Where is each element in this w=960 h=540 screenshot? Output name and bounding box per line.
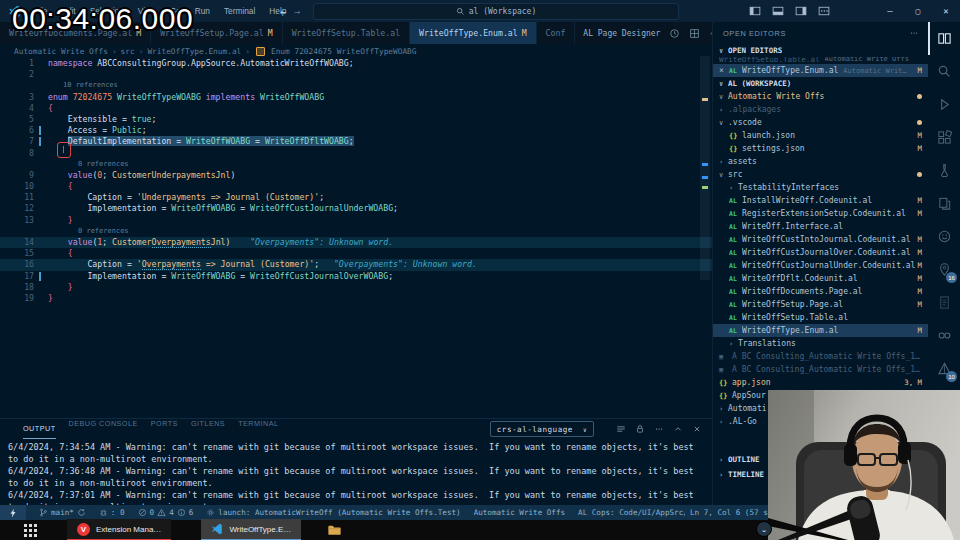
tree-item-launch-json[interactable]: {}launch.jsonM — [713, 129, 929, 142]
customize-layout-icon[interactable] — [818, 5, 830, 17]
al-page-designer-button[interactable]: AL Page Designer — [583, 29, 660, 38]
tree-item-writeoffsetup-table-al[interactable]: WriteOffSetup.Table.alAutomatic Write Of… — [713, 57, 929, 64]
tab-WriteOffSetup.Table.al[interactable]: WriteOffSetup.Table.al — [283, 22, 410, 44]
breadcrumb-symbol[interactable]: Enum 72024675 WriteOffTypeWOABG — [271, 47, 417, 56]
toggle-sidebar-icon[interactable] — [749, 5, 761, 17]
snippet-grid-icon[interactable] — [689, 28, 700, 39]
panel-tab-ports[interactable]: PORTS — [151, 419, 178, 439]
close-editor-icon[interactable]: × — [719, 66, 729, 75]
code-line[interactable]: 0 references — [0, 159, 712, 170]
codelens-references[interactable]: 0 references — [48, 159, 129, 170]
tree-item-writeoff-interface-al[interactable]: ALWriteOff.Interface.al — [713, 220, 929, 233]
explorer-icon[interactable] — [928, 22, 960, 55]
tree-item-writeoffdocuments-page-al[interactable]: ALWriteOffDocuments.Page.alM — [713, 285, 929, 298]
tree-item-registerextensionsetup-codeunit-al[interactable]: ALRegisterExtensionSetup.Codeunit.alM — [713, 207, 929, 220]
code-line[interactable]: 8 — [0, 148, 712, 159]
tree-item-installwriteoff-codeunit-al[interactable]: ALInstallWriteOff.Codeunit.alM — [713, 194, 929, 207]
toggle-secondary-sidebar-icon[interactable] — [795, 5, 807, 17]
lock-autoscroll-icon[interactable] — [635, 424, 645, 434]
panel-tab-debug-console[interactable]: DEBUG CONSOLE — [69, 419, 138, 439]
codelens-references[interactable]: 0 references — [48, 226, 129, 237]
close-panel-icon[interactable] — [692, 424, 702, 434]
codelens-references[interactable]: 10 references — [48, 80, 118, 91]
tree-item-translations[interactable]: ›Translations — [713, 337, 929, 350]
tree-item--alpackages[interactable]: ›.alpackages — [713, 103, 929, 116]
command-search-input[interactable]: al (Workspace) — [313, 3, 679, 20]
code-line[interactable]: 18 } — [0, 282, 712, 293]
tab-Conf[interactable]: Conf — [537, 22, 576, 44]
account-extension-icon[interactable] — [928, 220, 960, 253]
tree-item-writeoffcustintojournal-codeunit-al[interactable]: ALWriteOffCustIntoJournal.Codeunit.alM — [713, 233, 929, 246]
test-explorer-icon[interactable] — [928, 154, 960, 187]
code-line[interactable]: 13 } — [0, 215, 712, 226]
forward-button[interactable]: → — [294, 6, 300, 17]
al-test-runner-icon[interactable]: 10 — [928, 352, 960, 385]
output-channel-select[interactable]: crs-al-language∨ — [490, 421, 594, 437]
al-object-icon[interactable]: 16 — [928, 253, 960, 286]
tree-item-writeofftype-enum-al[interactable]: ×ALWriteOffType.Enum.alAutomatic Writ…M — [713, 64, 929, 77]
remote-explorer-icon[interactable] — [928, 187, 960, 220]
panel-more-icon[interactable] — [654, 424, 664, 434]
back-button[interactable]: ← — [280, 6, 286, 17]
panel-tab-terminal[interactable]: TERMINAL — [238, 419, 278, 439]
tab-WriteOffType.Enum.al[interactable]: WriteOffType.Enum.alM — [410, 22, 537, 44]
tree-item-testabilityinterfaces[interactable]: ›TestabilityInterfaces — [713, 181, 929, 194]
code-line[interactable]: 19} — [0, 293, 712, 304]
close-button[interactable]: ✕ — [932, 6, 960, 16]
code-line[interactable]: 2 — [0, 69, 712, 80]
workspace-item[interactable]: Automatic Write Offs — [474, 508, 565, 517]
tree-item-app-json[interactable]: {}app.json3, M — [713, 376, 929, 389]
tree-item-settings-json[interactable]: {}settings.jsonM — [713, 142, 929, 155]
tree-item-writeoffcustjournalover-codeunit-al[interactable]: ALWriteOffCustJournalOver.Codeunit.alM — [713, 246, 929, 259]
code-line[interactable]: 9 value(0; CustomerUnderpaymentsJnl) — [0, 170, 712, 181]
code-line[interactable]: 16 Caption = 'Overpayments => Journal (C… — [0, 259, 712, 270]
toggle-panel-icon[interactable] — [772, 5, 784, 17]
code-line[interactable]: 7 DefaultImplementation = WriteOffWOABG … — [0, 136, 712, 147]
search-icon[interactable] — [928, 55, 960, 88]
breadcrumb-folder[interactable]: src — [121, 47, 135, 56]
breadcrumb[interactable]: Automatic Write Offs› src› WriteOffType.… — [0, 44, 726, 58]
code-line[interactable]: 14 value(1; CustomerOverpaymentsJnl) "Ov… — [0, 237, 712, 248]
tree-item-automatic-write-offs[interactable]: ∨Automatic Write Offs — [713, 90, 929, 103]
tree-item-writeoffsetup-page-al[interactable]: ALWriteOffSetup.Page.alM — [713, 298, 929, 311]
maximize-panel-icon[interactable] — [673, 424, 683, 434]
pipelines-icon[interactable] — [928, 319, 960, 352]
code-line[interactable]: 3enum 72024675 WriteOffTypeWOABG impleme… — [0, 92, 712, 103]
tree-item-writeoffsetup-table-al[interactable]: ALWriteOffSetup.Table.al — [713, 311, 929, 324]
code-line[interactable]: 4{ — [0, 103, 712, 114]
tree-item-writeoffcustjournalunder-codeunit-al[interactable]: ALWriteOffCustJournalUnder.Codeunit.alM — [713, 259, 929, 272]
git-branch-item[interactable]: main* — [39, 508, 86, 517]
code-line[interactable]: 17 Implementation = WriteOffWOABG = Writ… — [0, 271, 712, 282]
panel-tab-gitlens[interactable]: GITLENS — [191, 419, 225, 439]
code-line[interactable]: 10 { — [0, 181, 712, 192]
run-debug-icon[interactable] — [928, 88, 960, 121]
panel-tab-output[interactable]: OUTPUT — [23, 419, 56, 439]
start-menu-icon[interactable] — [24, 524, 27, 527]
taskbar-vscode-button[interactable]: WriteOffType.E… — [201, 519, 301, 540]
menu-terminal[interactable]: Terminal — [217, 0, 262, 22]
output-log[interactable]: 6/4/2024, 7:34:54 AM - Warning: can't re… — [0, 439, 712, 513]
tree-section-open-editors[interactable]: ∨OPEN EDITORS — [713, 44, 929, 57]
code-line[interactable]: 11 Caption = 'Underpayments => Journal (… — [0, 192, 712, 203]
tree-item-a-bc-consulting-automatic-write-offs-1-0-[interactable]: ▣A BC Consulting_Automatic Write Offs_1.… — [713, 363, 929, 376]
taskbar-vivaldi-button[interactable]: V Extension Mana… — [67, 519, 171, 540]
breadcrumb-file[interactable]: WriteOffType.Enum.al — [147, 47, 241, 56]
tree-section-al-workspace-[interactable]: ∨AL (WORKSPACE) — [713, 77, 929, 90]
minimize-button[interactable]: — — [876, 6, 904, 16]
remote-indicator[interactable] — [0, 505, 26, 520]
rdlc-icon[interactable] — [928, 286, 960, 319]
code-line[interactable]: 5 Extensible = true; — [0, 114, 712, 125]
code-line[interactable]: 12 Implementation = WriteOffWOABG = Writ… — [0, 203, 712, 214]
file-explorer-icon[interactable] — [327, 523, 342, 537]
tree-item-src[interactable]: ∨src — [713, 168, 929, 181]
launch-config-item[interactable]: launch: AutomaticWriteOff (Automatic Wri… — [206, 508, 460, 517]
tree-item-writeoffdflt-codeunit-al[interactable]: ALWriteOffDflt.Codeunit.alM — [713, 272, 929, 285]
code-editor[interactable]: 1namespace ABCConsultingGroup.AppSource.… — [0, 58, 712, 418]
history-icon[interactable] — [669, 28, 680, 39]
tray-notification-icon[interactable]: ᴗ — [756, 521, 772, 537]
tree-item-a-bc-consulting-automatic-write-offs-1-0-[interactable]: ▣A BC Consulting_Automatic Write Offs_1.… — [713, 350, 929, 363]
restore-button[interactable]: ▢ — [904, 7, 932, 16]
tree-item--vscode[interactable]: ∨.vscode — [713, 116, 929, 129]
open-output-in-editor-icon[interactable] — [616, 424, 626, 434]
problems-item[interactable]: 0 4 6 — [138, 508, 194, 517]
